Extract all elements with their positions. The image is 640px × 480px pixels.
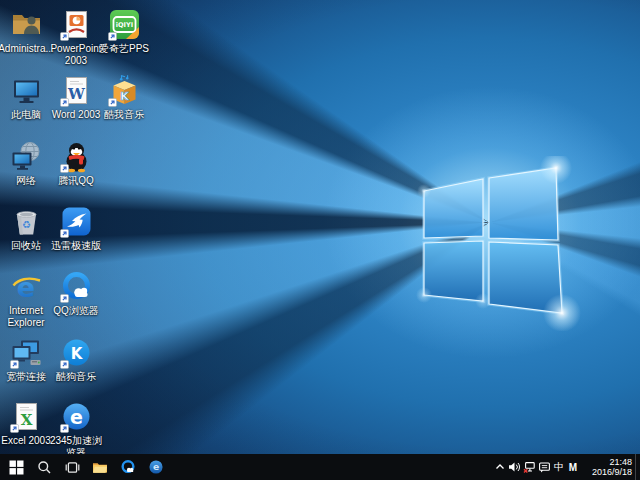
taskbar-browser-2345-button[interactable]: e [142,454,170,480]
desktop-icon-browser-2345[interactable]: e 2345加速浏 览器 [44,400,108,458]
desktop-icon-label: 酷我音乐 [104,109,144,121]
tray-network-disconnected[interactable] [522,454,537,480]
windows-logo-icon [9,460,24,475]
clock-time: 21:48 [584,457,632,467]
file-explorer-button[interactable] [86,454,114,480]
show-desktop-button[interactable] [635,454,640,480]
kuwo-music-icon: K [108,74,141,107]
shortcut-arrow-icon [10,424,19,433]
shortcut-arrow-icon [108,32,117,41]
svg-text:iQIYI: iQIYI [115,21,132,29]
windows-desktop: Administra... PowerPoint 2003 [0,0,640,480]
svg-text:K: K [120,90,129,103]
qq-browser-icon [60,270,93,303]
svg-text:e: e [70,406,83,428]
svg-text:W: W [67,85,86,103]
svg-text:e: e [153,461,159,472]
desktop-icon-label: 迅雷极速版 [51,240,101,252]
windows-hero-logo [403,156,583,331]
shortcut-arrow-icon [60,229,69,238]
desktop-icon-label: 宽带连接 [6,371,46,383]
search-icon [37,460,52,475]
desktop-icon-label: QQ浏览器 [53,305,99,317]
tray-ime-mode[interactable]: M [566,454,580,480]
search-button[interactable] [30,454,58,480]
qq-penguin-icon [60,140,93,173]
task-view-button[interactable] [58,454,86,480]
user-folder-icon [10,8,43,41]
broadband-connection-icon [10,336,43,369]
taskbar: e [0,454,640,480]
iqiyi-icon: iQIYI [108,8,141,41]
word-icon: W [60,74,93,107]
computer-icon [10,74,43,107]
chevron-up-icon [494,461,506,473]
browser-2345-icon: e [60,400,93,433]
desktop-icon-qq-browser[interactable]: QQ浏览器 [44,270,108,317]
shortcut-arrow-icon [60,164,69,173]
desktop-icon-kugou-music[interactable]: K 酷狗音乐 [44,336,108,383]
desktop-icon-label: 酷狗音乐 [56,371,96,383]
shortcut-arrow-icon [10,360,19,369]
kugou-music-icon: K [60,336,93,369]
shortcut-arrow-icon [60,294,69,303]
tray-volume[interactable] [507,454,522,480]
desktop-icon-label: Internet Explorer [7,305,44,328]
svg-text:♻: ♻ [22,219,31,230]
shortcut-arrow-icon [108,98,117,107]
taskbar-clock[interactable]: 21:48 2016/9/18 [584,457,632,477]
desktop-icon-label: 网络 [16,175,36,187]
start-button[interactable] [2,454,30,480]
browser-2345-icon: e [148,459,164,475]
tray-show-hidden-icons[interactable] [492,454,507,480]
network-error-icon [523,461,536,474]
excel-icon: X [10,400,43,433]
file-explorer-icon [92,460,108,475]
action-center-icon [538,461,551,474]
svg-text:X: X [20,411,32,429]
shortcut-arrow-icon [60,360,69,369]
shortcut-arrow-icon [60,98,69,107]
qq-browser-icon [120,459,136,475]
thunder-bird-icon [60,205,93,238]
task-view-icon [65,460,80,475]
desktop-icon-label: 此电脑 [11,109,41,121]
svg-text:e: e [16,272,34,303]
desktop-icon-iqiyi-pps[interactable]: iQIYI 爱奇艺PPS [92,8,156,55]
powerpoint-icon [60,8,93,41]
volume-icon [508,461,521,473]
internet-explorer-icon: e [10,270,43,303]
desktop-icon-tencent-qq[interactable]: 腾讯QQ [44,140,108,187]
network-globe-icon [10,140,43,173]
recycle-bin-icon: ♻ [10,205,43,238]
desktop-icon-label: 回收站 [11,240,41,252]
desktop-icon-thunder-speed[interactable]: 迅雷极速版 [44,205,108,252]
desktop-icon-label: 腾讯QQ [58,175,94,187]
desktop-icon-kuwo-music[interactable]: K 酷我音乐 [92,74,156,121]
clock-date: 2016/9/18 [584,467,632,477]
tray-action-center[interactable] [537,454,552,480]
taskbar-qq-browser-button[interactable] [114,454,142,480]
svg-text:K: K [70,345,83,363]
desktop-icon-label: 爱奇艺PPS [99,43,149,55]
shortcut-arrow-icon [60,424,69,433]
tray-ime-language[interactable]: 中 [552,454,566,480]
shortcut-arrow-icon [60,32,69,41]
system-tray: 中 M 21:48 2016/9/18 [492,454,640,480]
